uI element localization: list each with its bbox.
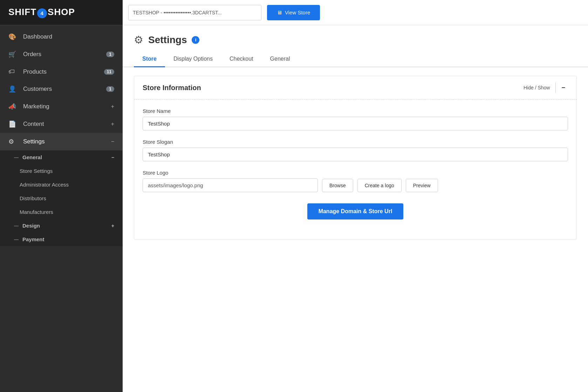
sidebar-item-marketing[interactable]: 📣 Marketing + <box>0 98 123 115</box>
sidebar-item-label: Marketing <box>23 103 111 110</box>
tab-store[interactable]: Store <box>134 52 165 67</box>
section-title: Store Information <box>143 84 521 92</box>
store-logo-label: Store Logo <box>143 170 568 176</box>
monitor-icon: 🖥 <box>277 9 282 15</box>
view-store-label: View Store <box>285 9 310 15</box>
products-badge: 11 <box>104 69 114 75</box>
tree-dash-payment: — <box>14 237 19 242</box>
manage-domain-button[interactable]: Manage Domain & Store Url <box>307 203 404 219</box>
section-divider <box>555 82 556 93</box>
sidebar-item-label: Content <box>23 121 111 128</box>
store-slogan-input[interactable] <box>143 148 568 161</box>
sidebar: SHIFT4SHOP 🎨 Dashboard 🛒 Orders 1 🏷 Prod… <box>0 0 123 392</box>
browse-button[interactable]: Browse <box>322 179 353 192</box>
sidebar-item-products[interactable]: 🏷 Products 11 <box>0 63 123 80</box>
tab-display-options[interactable]: Display Options <box>165 52 221 67</box>
dashboard-icon: 🎨 <box>8 33 18 41</box>
subnav-manufacturers[interactable]: Manufacturers <box>0 205 123 219</box>
store-name-group: Store Name <box>143 108 568 130</box>
sidebar-logo: SHIFT4SHOP <box>0 0 123 25</box>
customers-icon: 👤 <box>8 85 18 93</box>
section-header: Store Information Hide / Show − <box>134 76 576 100</box>
subnav-store-settings[interactable]: Store Settings <box>0 164 123 178</box>
subnav-payment-label: Payment <box>22 236 45 242</box>
store-slogan-group: Store Slogan <box>143 139 568 161</box>
marketing-icon: 📣 <box>8 103 18 110</box>
section-body: Store Name Store Slogan Store Logo Brows… <box>134 100 576 239</box>
design-expand-icon: + <box>111 223 114 229</box>
products-icon: 🏷 <box>8 68 18 75</box>
customers-badge: 1 <box>106 86 114 92</box>
tab-checkout[interactable]: Checkout <box>221 52 262 67</box>
store-logo-group: Store Logo Browse Create a logo Preview <box>143 170 568 192</box>
settings-icon: ⚙ <box>8 138 18 146</box>
subnav-distributors[interactable]: Distributors <box>0 191 123 205</box>
store-url-input[interactable] <box>128 5 261 20</box>
orders-icon: 🛒 <box>8 50 18 58</box>
orders-badge: 1 <box>106 52 114 57</box>
view-store-button[interactable]: 🖥 View Store <box>267 5 320 20</box>
page-gear-icon: ⚙ <box>134 34 143 46</box>
content-icon: 📄 <box>8 120 18 128</box>
sidebar-item-label: Products <box>23 68 104 75</box>
page-title: Settings <box>148 34 187 46</box>
logo-row: Browse Create a logo Preview <box>143 178 568 192</box>
hide-show-button[interactable]: Hide / Show <box>521 83 553 92</box>
store-information-section: Store Information Hide / Show − Store Na… <box>134 76 577 239</box>
subnav-general-group[interactable]: — General − <box>0 150 123 164</box>
topbar: 🖥 View Store <box>123 0 588 25</box>
store-logo-input[interactable] <box>143 178 318 192</box>
create-logo-button[interactable]: Create a logo <box>357 179 402 192</box>
sidebar-item-dashboard[interactable]: 🎨 Dashboard <box>0 28 123 46</box>
content-expand-icon: + <box>111 121 114 127</box>
sidebar-item-settings[interactable]: ⚙ Settings − <box>0 133 123 150</box>
subnav-distributors-label: Distributors <box>20 195 46 201</box>
preview-button[interactable]: Preview <box>406 179 438 192</box>
logo-text: SHIFT4SHOP <box>8 7 75 18</box>
sidebar-item-content[interactable]: 📄 Content + <box>0 115 123 133</box>
general-expand-icon: − <box>111 155 114 160</box>
store-name-input[interactable] <box>143 117 568 130</box>
sidebar-item-label: Settings <box>23 138 111 145</box>
main-content: ⚙ Settings i Store Display Options Check… <box>123 25 588 392</box>
settings-expand-icon: − <box>111 138 114 145</box>
subnav-design-group[interactable]: — Design + <box>0 219 123 232</box>
tab-general[interactable]: General <box>262 52 299 67</box>
sidebar-item-label: Customers <box>23 86 106 93</box>
sidebar-item-customers[interactable]: 👤 Customers 1 <box>0 80 123 98</box>
subnav-store-settings-label: Store Settings <box>20 168 53 174</box>
tree-dash-design: — <box>14 223 19 228</box>
settings-subnav: — General − Store Settings Administrator… <box>0 150 123 246</box>
collapse-button[interactable]: − <box>559 83 568 93</box>
tree-dash: — <box>14 155 19 160</box>
marketing-expand-icon: + <box>111 103 114 110</box>
subnav-administrator-access[interactable]: Administrator Access <box>0 178 123 191</box>
sidebar-item-orders[interactable]: 🛒 Orders 1 <box>0 46 123 63</box>
subnav-payment-group[interactable]: — Payment <box>0 232 123 246</box>
logo-badge: 4 <box>37 8 47 18</box>
subnav-manufacturers-label: Manufacturers <box>20 209 53 215</box>
subnav-design-label: Design <box>22 223 40 229</box>
sidebar-item-label: Dashboard <box>23 33 114 40</box>
sidebar-navigation: 🎨 Dashboard 🛒 Orders 1 🏷 Products 11 👤 C… <box>0 25 123 249</box>
subnav-general-label: General <box>22 154 42 160</box>
content-area: Store Information Hide / Show − Store Na… <box>123 67 588 256</box>
store-slogan-label: Store Slogan <box>143 139 568 145</box>
info-icon[interactable]: i <box>192 36 199 44</box>
settings-tabs: Store Display Options Checkout General <box>123 52 588 67</box>
store-name-label: Store Name <box>143 108 568 114</box>
sidebar-item-label: Orders <box>23 51 106 58</box>
subnav-admin-label: Administrator Access <box>20 182 69 188</box>
page-header: ⚙ Settings i <box>123 25 588 46</box>
